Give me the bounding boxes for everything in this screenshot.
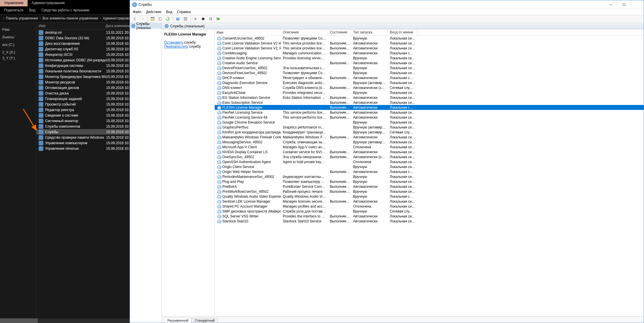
service-row[interactable]: Google Chrome Elevation ServiceВручнуюЛо… <box>215 120 644 125</box>
service-row[interactable]: Origin Web Helper ServiceВыполняетсяАвто… <box>215 169 644 174</box>
service-row[interactable]: DHCP-клиентРегистрирует и обновляет IP-а… <box>215 75 644 80</box>
col-name[interactable]: Имя <box>36 23 103 29</box>
service-row[interactable]: Creative Audio ServiceВыполняетсяАвтомат… <box>215 60 644 65</box>
service-row[interactable]: SQL Server VSS WriterProvides the interf… <box>215 214 644 219</box>
list-button[interactable] <box>182 16 189 22</box>
maximize-button[interactable]: ☐ <box>618 0 631 9</box>
ribbon-view[interactable]: Вид <box>29 8 35 12</box>
tab-standard[interactable]: Стандартный <box>192 318 218 323</box>
service-row[interactable]: Plug and PlayПозволяет компьютеру распо.… <box>215 179 644 184</box>
col-desc[interactable]: Описание <box>281 29 328 35</box>
sidebar-item[interactable]: 3_Y (Y:) <box>0 55 36 61</box>
restart-service-link[interactable]: Перезапустить службу <box>164 44 212 49</box>
ribbon-share[interactable]: Поделиться <box>4 8 23 12</box>
gear-icon <box>217 96 222 99</box>
service-row[interactable]: ConsentUxUserSvc_49502Позволяет функциям… <box>215 36 644 41</box>
service-row[interactable]: FlexNet Licensing Service 64This service… <box>215 115 644 120</box>
service-row[interactable]: Microsoft App-V ClientManages App-V user… <box>215 144 644 149</box>
help-button[interactable]: ? <box>175 16 181 22</box>
file-date: 15.09.2018 10:28 <box>106 75 133 79</box>
back-button[interactable] <box>132 16 138 22</box>
tab-manage[interactable]: Управление <box>0 0 28 6</box>
tree-item-services[interactable]: Службы (локальн <box>130 23 162 29</box>
service-name: ConsentUxUserSvc_49502 <box>222 36 264 40</box>
service-row[interactable]: EG Station Information ServiceEsko Stati… <box>215 95 644 100</box>
service-row[interactable]: Quality Windows Audio Video ExperienceQu… <box>215 194 644 199</box>
service-row[interactable]: Sentinel LDK License ManagerManages lice… <box>215 199 644 204</box>
service-row[interactable]: Diagnostic Execution ServiceExecutes dia… <box>215 80 644 85</box>
export-button[interactable] <box>157 16 163 22</box>
col-name[interactable]: Имя <box>215 29 281 35</box>
sidebar-item[interactable]: бъекты <box>0 34 36 40</box>
service-row[interactable]: GraphicsPerfSvcGraphics performance moni… <box>215 125 644 130</box>
gear-icon <box>217 215 222 218</box>
forward-button[interactable] <box>139 16 146 22</box>
service-row[interactable]: FLEXlm License ManagerВыполняетсяАвтомат… <box>215 105 644 110</box>
service-row[interactable]: PrintWorkflowUserSvc_49502Рабочий процес… <box>215 189 644 194</box>
service-logon: Локальная сист... <box>388 36 417 40</box>
service-row[interactable]: OpenSSH Authentication AgentAgent to hol… <box>215 159 644 164</box>
service-name: NVIDIA Display Container LS <box>222 150 267 154</box>
tab-extended[interactable]: Расширенный <box>164 318 192 323</box>
properties-button[interactable] <box>149 16 156 22</box>
service-start: Автоматически (запус... <box>351 86 388 90</box>
tree-panel[interactable]: Службы (локальн <box>130 23 162 323</box>
sidebar-item[interactable]: Files <box>0 27 36 33</box>
ribbon-shortcut[interactable]: Средства работы с ярлыками <box>41 8 89 12</box>
service-row[interactable]: NVIDIA Display Container LSContainer ser… <box>215 149 644 154</box>
service-name: KtmRm для координатора распределенных ..… <box>222 130 281 134</box>
play-button[interactable] <box>192 16 199 22</box>
service-row[interactable]: KtmRm для координатора распределенных ..… <box>215 130 644 135</box>
service-row[interactable]: DevicePickerUserSvc_49502Эта пользовател… <box>215 65 644 70</box>
close-button[interactable] <box>631 0 644 9</box>
service-desc: Позволяет функциям Connect... <box>281 36 328 40</box>
sidebar-item[interactable]: иск (C:) <box>0 42 36 48</box>
service-row[interactable]: Origin Client ServiceВручнуюЛокальная си… <box>215 164 644 169</box>
service-row[interactable]: Malwarebytes Windows Firewall ControlMal… <box>215 135 644 140</box>
menu-view[interactable]: Вид <box>166 10 172 14</box>
explorer-sidebar[interactable]: Filesбъектыиск (C:)2_X (X:)3_Y (Y:) <box>0 23 36 323</box>
service-desc: Manages App-V users and virtu... <box>281 145 328 149</box>
col-logon[interactable]: Вход от имени <box>388 29 417 35</box>
menu-help[interactable]: Справка <box>177 10 191 14</box>
col-start[interactable]: Тип запуска <box>351 29 388 35</box>
minimize-button[interactable]: ─ <box>604 0 618 9</box>
service-row[interactable]: PnkBstrAPunkBuster Service Component...В… <box>215 184 644 189</box>
service-row[interactable]: CoreMessagingManages communication betw.… <box>215 51 644 56</box>
restart-button[interactable] <box>215 16 221 22</box>
breadcrumb-item[interactable]: Все элементы панели управления <box>42 16 98 20</box>
stop-button[interactable] <box>200 16 206 22</box>
service-row[interactable]: MessagingService_49502Служба, отвечающая… <box>215 140 644 144</box>
breadcrumb-item[interactable]: Панель управления <box>6 16 38 20</box>
service-row[interactable]: Esko Subscription ServiceВыполняетсяАвто… <box>215 100 644 105</box>
pause-button[interactable] <box>207 16 214 22</box>
scrollbar-thumb[interactable] <box>0 318 38 323</box>
service-row[interactable]: Corel License Validation Service V2, Pow… <box>215 46 644 51</box>
service-start: Автоматически <box>351 61 388 65</box>
service-row[interactable]: Corel License Validation Service V2 x64,… <box>215 41 644 46</box>
stop-service-link[interactable]: Остановить службу <box>164 40 212 44</box>
service-row[interactable]: SMP дисковых пространств (Майкрософт)Слу… <box>215 209 644 214</box>
service-row[interactable]: Shared PC Account ManagerManages profile… <box>215 204 644 209</box>
service-row[interactable]: OneSyncSvc_49502Эта служба синхронизируе… <box>215 154 644 159</box>
toolbar-separator <box>173 16 173 22</box>
list-header[interactable]: Имя Описание Состояние Тип запуска Вход … <box>215 29 644 36</box>
sidebar-item[interactable]: 2_X (X:) <box>0 49 36 55</box>
service-row[interactable]: PimIndexMaintenanceSvc_49502Индексирует … <box>215 174 644 179</box>
service-row[interactable]: Stardock Start10Stardock Start10 Service… <box>215 219 644 224</box>
service-state: Выполняется <box>328 219 351 223</box>
service-row[interactable]: FlexNet Licensing ServiceThis service pe… <box>215 110 644 115</box>
service-row[interactable]: DevicesFlowUserSvc_49502Позволяет функци… <box>215 70 644 75</box>
gear-icon <box>132 24 135 28</box>
list-body[interactable]: ConsentUxUserSvc_49502Позволяет функциям… <box>215 36 644 316</box>
menu-action[interactable]: Действие <box>146 10 162 14</box>
title-bar[interactable]: Службы ─ ☐ <box>130 0 644 9</box>
refresh-button[interactable] <box>164 16 171 22</box>
service-row[interactable]: DNS-клиентСлужба DNS-клиента (dnscach...… <box>215 85 644 90</box>
service-row[interactable]: EasyAntiCheatProvides integrated securit… <box>215 90 644 95</box>
menu-file[interactable]: Файл <box>133 10 142 14</box>
service-row[interactable]: Creative Audio Engine Licensing ServiceP… <box>215 56 644 60</box>
tab-admin[interactable]: Администрирование <box>28 0 69 6</box>
col-state[interactable]: Состояние <box>328 29 351 35</box>
service-name: Quality Windows Audio Video Experience <box>222 194 281 199</box>
